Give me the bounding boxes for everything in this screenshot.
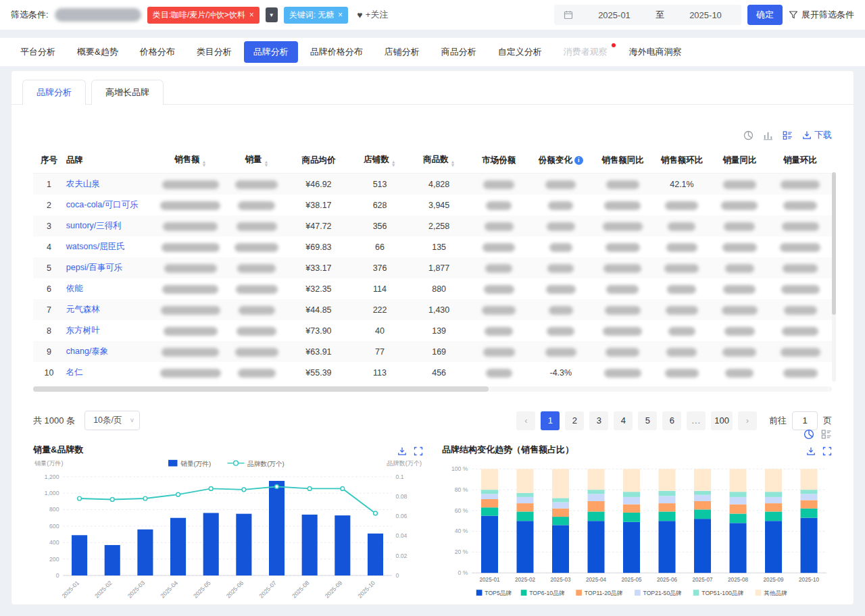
- list-view-icon[interactable]: [783, 130, 793, 140]
- redacted-value: [547, 222, 575, 231]
- pie-chart-icon[interactable]: [743, 130, 753, 140]
- main-tab-5[interactable]: 品牌分析: [244, 41, 298, 63]
- prev-page-button[interactable]: ‹: [516, 411, 535, 430]
- download-icon[interactable]: [806, 446, 816, 456]
- cell-share_change: [529, 215, 593, 236]
- date-range-picker[interactable]: 2025-01 至 2025-10: [554, 5, 741, 25]
- cell-goods: 139: [410, 320, 469, 341]
- brand-link[interactable]: 东方树叶: [66, 326, 100, 335]
- column-header[interactable]: 商品数▲▼: [410, 148, 469, 174]
- svg-text:0.1: 0.1: [396, 473, 404, 480]
- close-icon[interactable]: ×: [249, 10, 254, 20]
- chevron-down-icon: ˅: [130, 417, 134, 424]
- follow-button[interactable]: ♥ +关注: [357, 9, 388, 21]
- download-icon: [802, 130, 812, 140]
- download-icon[interactable]: [397, 446, 407, 456]
- svg-text:1,200: 1,200: [45, 473, 59, 480]
- brand-link[interactable]: coca-cola/可口可乐: [66, 200, 139, 209]
- page-button[interactable]: 1: [541, 411, 560, 430]
- sort-icon[interactable]: ▲▼: [264, 160, 268, 167]
- redacted-value: [235, 348, 278, 357]
- redacted-value: [485, 222, 514, 231]
- redacted-value: [722, 348, 756, 357]
- brand-link[interactable]: 依能: [66, 284, 83, 293]
- brand-link[interactable]: 元气森林: [66, 305, 100, 314]
- cell-share: [468, 362, 529, 383]
- confirm-button[interactable]: 确定: [747, 5, 783, 25]
- main-tab-8[interactable]: 商品分析: [432, 41, 486, 63]
- list-view-icon[interactable]: [821, 429, 832, 440]
- column-header[interactable]: 销量▲▼: [226, 148, 287, 174]
- brand-link[interactable]: watsons/屈臣氏: [66, 242, 125, 251]
- sub-tab-1[interactable]: 品牌分析: [22, 80, 86, 105]
- table-row: 5pepsi/百事可乐¥33.173761,877: [33, 257, 832, 278]
- main-tab-9[interactable]: 自定义分析: [489, 41, 551, 63]
- sub-tab-2[interactable]: 高增长品牌: [91, 80, 164, 105]
- category-filter-tag[interactable]: 类目:咖啡/麦片/冲饮>饮料 ×: [147, 7, 260, 24]
- page-button[interactable]: 6: [662, 411, 681, 430]
- brand-link[interactable]: suntory/三得利: [66, 221, 122, 230]
- page-size-select[interactable]: 10条/页 ˅: [84, 411, 140, 430]
- page-button[interactable]: 3: [589, 411, 608, 430]
- fullscreen-icon[interactable]: [414, 446, 423, 456]
- column-header[interactable]: 店铺数▲▼: [350, 148, 410, 174]
- page-button[interactable]: 2: [565, 411, 584, 430]
- cell-brand: 元气森林: [65, 299, 154, 320]
- expand-filters-button[interactable]: 展开筛选条件: [789, 9, 854, 21]
- main-tab-11[interactable]: 海外电商洞察: [620, 41, 691, 63]
- scrollbar-thumb[interactable]: [832, 172, 836, 315]
- horizontal-scrollbar[interactable]: [33, 386, 832, 392]
- cell-brand: pepsi/百事可乐: [65, 257, 154, 278]
- scrollbar-thumb[interactable]: [33, 386, 489, 392]
- table-row: 4watsons/屈臣氏¥69.8366135: [33, 236, 832, 257]
- cell-share: [468, 236, 529, 257]
- main-tab-7[interactable]: 店铺分析: [375, 41, 429, 63]
- svg-text:2025-03: 2025-03: [126, 580, 147, 600]
- date-end-input[interactable]: 2025-10: [679, 10, 732, 20]
- cell-volume_mom: [768, 341, 832, 362]
- goto-page-input[interactable]: [792, 411, 818, 430]
- cell-share_change: [529, 341, 593, 362]
- brand-link[interactable]: pepsi/百事可乐: [66, 263, 122, 272]
- main-tab-3[interactable]: 价格分布: [130, 41, 184, 63]
- page-button[interactable]: 4: [614, 411, 633, 430]
- cell-sales_mom: [653, 278, 711, 299]
- redacted-value: [781, 348, 820, 357]
- vertical-scrollbar[interactable]: [832, 172, 836, 382]
- close-icon[interactable]: ×: [338, 10, 343, 20]
- calendar-icon: [564, 10, 573, 20]
- sort-icon[interactable]: ▲▼: [450, 160, 455, 167]
- cell-no: 3: [33, 215, 65, 236]
- brand-link[interactable]: 农夫山泉: [66, 179, 100, 188]
- sort-icon[interactable]: ▲▼: [391, 160, 396, 167]
- info-icon[interactable]: i: [574, 156, 583, 165]
- redacted-value: [783, 264, 818, 273]
- redacted-value: [606, 285, 639, 294]
- cell-no: 4: [33, 236, 65, 257]
- fullscreen-icon[interactable]: [822, 446, 832, 456]
- page-button[interactable]: 100: [711, 411, 733, 430]
- next-page-button[interactable]: ›: [738, 411, 757, 430]
- main-tab-2[interactable]: 概要&趋势: [68, 41, 128, 63]
- brand-link[interactable]: 名仁: [66, 367, 83, 377]
- date-start-input[interactable]: 2025-01: [588, 10, 641, 20]
- page-button[interactable]: 5: [638, 411, 657, 430]
- main-tab-4[interactable]: 类目分析: [187, 41, 241, 63]
- chevron-down-icon[interactable]: ▼: [266, 7, 278, 22]
- brand-link[interactable]: chang/泰象: [66, 346, 109, 356]
- download-button[interactable]: 下载: [802, 129, 832, 141]
- filter-label: 筛选条件:: [11, 9, 49, 21]
- page-ellipsis[interactable]: ...: [687, 411, 706, 430]
- column-header[interactable]: 销售额▲▼: [154, 148, 226, 174]
- combo-chart-svg: 销量(万件)品牌数(万个)销量(万件)品牌数(万个)02004006008001…: [33, 457, 423, 605]
- sort-icon[interactable]: ▲▼: [201, 160, 206, 167]
- main-tab-1[interactable]: 平台分析: [11, 41, 65, 63]
- svg-text:2025-05: 2025-05: [192, 580, 212, 600]
- bar-chart-icon[interactable]: [763, 130, 773, 140]
- main-tab-6[interactable]: 品牌价格分布: [301, 41, 372, 63]
- main-tab-10[interactable]: 消费者观察: [554, 41, 617, 63]
- keyword-filter-tag[interactable]: 关键词: 无糖 ×: [284, 7, 349, 24]
- redacted-value: [547, 264, 574, 273]
- pie-chart-icon[interactable]: [804, 429, 814, 440]
- redacted-value: [668, 222, 695, 231]
